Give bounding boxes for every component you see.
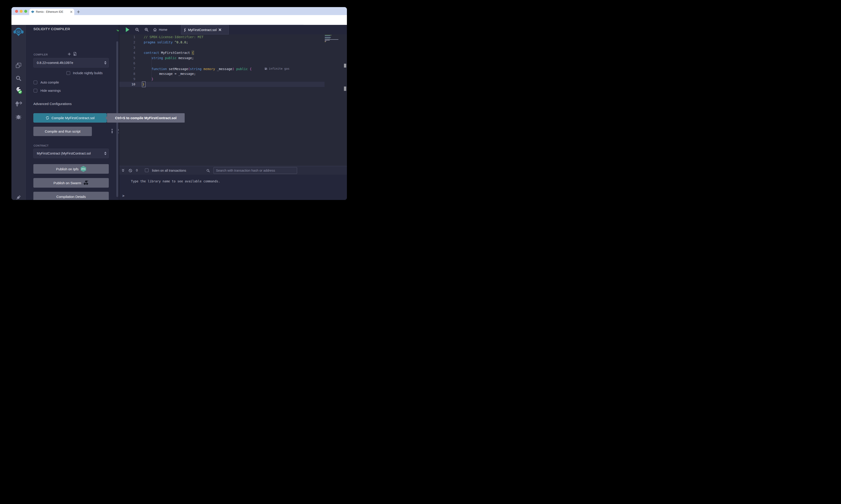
info-icon[interactable] bbox=[110, 129, 114, 134]
editor-gutter: 12345678910 bbox=[119, 34, 140, 87]
compilation-details-label: Compilation Details bbox=[56, 195, 86, 199]
line-number: 10 bbox=[119, 82, 140, 87]
zoom-in-icon[interactable] bbox=[144, 27, 149, 32]
compile-and-run-button[interactable]: Compile and Run script bbox=[33, 127, 92, 136]
remix-logo[interactable] bbox=[12, 28, 25, 37]
compiler-version-select[interactable]: 0.8.22+commit.4fc1097e bbox=[33, 58, 109, 68]
contract-select-value: MyFirstContract (MyFirstContract.sol bbox=[37, 151, 91, 155]
contract-label: CONTRACT bbox=[34, 144, 49, 147]
scroll-decoration[interactable] bbox=[344, 64, 346, 68]
listen-transactions-checkbox[interactable] bbox=[145, 168, 149, 172]
transaction-count: 0 bbox=[136, 168, 138, 172]
search-icon[interactable] bbox=[12, 74, 25, 83]
browser-tab[interactable]: Remix - Ethereum IDE bbox=[29, 9, 74, 15]
select-arrows-icon bbox=[104, 152, 106, 155]
browser-window: Remix - Ethereum IDE bbox=[12, 7, 347, 200]
advanced-configurations[interactable]: Advanced Configurations bbox=[33, 102, 72, 106]
solidity-compiler-panel: SOLIDITY COMPILER COMPILER 0.8.22+commit… bbox=[26, 25, 119, 200]
code-line: string public message; bbox=[144, 55, 289, 61]
line-number: 5 bbox=[119, 55, 140, 61]
plugin-manager-icon[interactable] bbox=[12, 193, 25, 200]
traffic-close-button[interactable] bbox=[15, 10, 18, 13]
compilation-details-button[interactable]: Compilation Details bbox=[33, 192, 109, 200]
contract-select[interactable]: MyFirstContract (MyFirstContract.sol bbox=[33, 149, 109, 158]
traffic-zoom-button[interactable] bbox=[24, 10, 27, 13]
publish-swarm-label: Publish on Swarm bbox=[53, 181, 81, 185]
line-number: 8 bbox=[119, 71, 140, 76]
infinite-gas-annotation: infinite gas bbox=[264, 66, 289, 71]
add-compiler-icon[interactable] bbox=[67, 52, 71, 56]
compiler-label: COMPILER bbox=[34, 53, 48, 56]
icon-rail bbox=[12, 25, 25, 200]
tab-home[interactable]: Home bbox=[153, 25, 167, 34]
browser-toolbar: remix.ethereum.org/#lang=en&optimize=fal… bbox=[12, 15, 347, 25]
compiler-license-icon[interactable] bbox=[73, 52, 77, 56]
compile-button-label: Compile MyFirstContract.sol bbox=[51, 116, 95, 120]
search-placeholder: Search with transaction hash or address bbox=[216, 169, 275, 172]
terminal-search-icon bbox=[205, 168, 210, 173]
line-number: 6 bbox=[119, 61, 140, 66]
traffic-minimize-button[interactable] bbox=[20, 10, 23, 13]
transaction-search-input[interactable]: Search with transaction hash or address bbox=[213, 167, 297, 174]
editor-area: Home MyFirstContract.sol 12345678910 // … bbox=[119, 25, 347, 200]
remix-app: SOLIDITY COMPILER COMPILER 0.8.22+commit… bbox=[12, 25, 347, 200]
publish-ipfs-button[interactable]: Publish on Ipfs IPFS bbox=[33, 164, 109, 174]
run-script-play-icon[interactable] bbox=[125, 27, 130, 32]
editor-minimap[interactable] bbox=[325, 35, 343, 42]
zoom-out-icon[interactable] bbox=[134, 27, 140, 32]
terminal-expand-icon[interactable] bbox=[120, 168, 125, 173]
publish-ipfs-label: Publish on Ipfs bbox=[56, 167, 79, 171]
solidity-file-icon bbox=[184, 28, 186, 32]
browser-tabstrip: Remix - Ethereum IDE bbox=[12, 7, 347, 15]
terminal-toolbar: 0 listen on all transactions Search with… bbox=[119, 166, 347, 175]
auto-compile-checkbox[interactable] bbox=[34, 80, 37, 84]
deploy-run-icon[interactable] bbox=[12, 99, 25, 108]
compiler-version-value: 0.8.22+commit.4fc1097e bbox=[37, 61, 73, 65]
terminal-prompt[interactable]: > bbox=[122, 194, 124, 198]
code-line: message = _message; bbox=[144, 71, 289, 76]
publish-swarm-button[interactable]: Publish on Swarm bbox=[33, 178, 109, 187]
panel-title: SOLIDITY COMPILER bbox=[33, 27, 70, 31]
code-line: contract MyFirstContract { bbox=[144, 50, 289, 55]
hide-warnings-label: Hide warnings bbox=[40, 89, 61, 92]
tab-title: Remix - Ethereum IDE bbox=[36, 10, 69, 14]
remix-favicon bbox=[31, 10, 34, 14]
terminal-output[interactable]: Type the library name to see available c… bbox=[119, 175, 347, 200]
line-number: 9 bbox=[119, 76, 140, 82]
file-explorer-icon[interactable] bbox=[12, 61, 25, 70]
editor-tabbar: Home MyFirstContract.sol bbox=[119, 25, 347, 34]
nightly-builds-checkbox[interactable] bbox=[67, 71, 70, 75]
text-cursor: } bbox=[142, 82, 145, 87]
nightly-builds-label: Include nightly builds bbox=[73, 71, 103, 75]
compile-run-label: Compile and Run script bbox=[45, 129, 81, 133]
line-number: 1 bbox=[119, 34, 140, 40]
tab-close-icon[interactable] bbox=[70, 11, 72, 13]
compile-button[interactable]: Compile MyFirstContract.sol bbox=[33, 113, 107, 123]
tab-close-icon[interactable] bbox=[219, 28, 221, 31]
clear-console-icon[interactable] bbox=[128, 168, 133, 173]
compile-refresh-icon bbox=[46, 116, 49, 120]
hide-warnings-checkbox[interactable] bbox=[34, 89, 37, 92]
code-line: } bbox=[144, 82, 289, 87]
new-tab-button[interactable] bbox=[75, 9, 81, 15]
terminal-help-text: Type the library name to see available c… bbox=[131, 179, 220, 183]
auto-compile-label: Auto compile bbox=[40, 80, 59, 84]
line-number: 7 bbox=[119, 66, 140, 71]
screen: Remix - Ethereum IDE bbox=[0, 0, 358, 215]
code-editor[interactable]: 12345678910 // SPDX-License-Identifier: … bbox=[119, 34, 347, 166]
code-line bbox=[144, 61, 289, 66]
code-line: pragma solidity ^0.8.0; bbox=[144, 40, 289, 45]
code-line: function setMessage(string memory _messa… bbox=[144, 66, 289, 71]
line-number: 3 bbox=[119, 45, 140, 50]
home-icon bbox=[153, 28, 157, 32]
code-lines: // SPDX-License-Identifier: MITpragma so… bbox=[144, 34, 289, 87]
listen-transactions-label: listen on all transactions bbox=[152, 169, 186, 172]
select-arrows-icon bbox=[104, 61, 106, 65]
swarm-icon bbox=[83, 180, 89, 185]
code-line: } bbox=[144, 76, 289, 82]
debugger-icon[interactable] bbox=[12, 112, 25, 121]
solidity-compiler-icon[interactable] bbox=[12, 86, 25, 95]
line-number: 2 bbox=[119, 40, 140, 45]
scroll-decoration[interactable] bbox=[344, 87, 346, 91]
tab-myfirstcontract[interactable]: MyFirstContract.sol bbox=[181, 25, 229, 34]
